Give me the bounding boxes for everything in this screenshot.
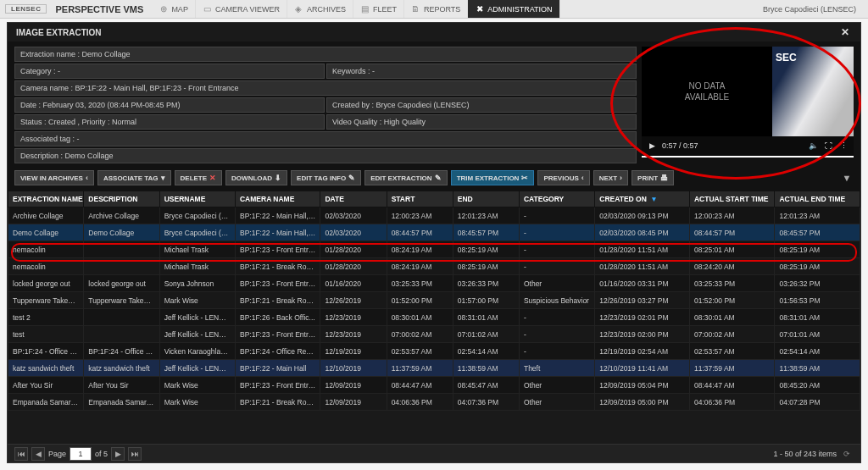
video-progress[interactable]: [642, 156, 854, 158]
table-cell: Bryce Capodieci (LEN...: [159, 207, 235, 224]
table-cell: 12/23/2019: [320, 309, 387, 326]
close-icon[interactable]: ✕: [838, 25, 852, 39]
table-row[interactable]: nemacolinMichael TraskBP:1F:21 - Break R…: [8, 258, 860, 275]
table-cell: 11:37:59 AM: [387, 360, 453, 377]
column-header[interactable]: ACTUAL START TIME: [689, 191, 774, 207]
table-cell: 01:57:00 PM: [453, 292, 519, 309]
video-area[interactable]: NO DATAAVAILABLE SEC: [642, 47, 854, 136]
table-cell: 04:06:36 PM: [387, 394, 453, 411]
trim-extraction-button[interactable]: TRIM EXTRACTION✂: [451, 170, 535, 185]
table-cell: Empanada Samaritan: [84, 394, 159, 411]
page-input[interactable]: [70, 447, 92, 461]
fullscreen-icon[interactable]: ⛶: [823, 141, 833, 151]
table-row[interactable]: Demo CollageDemo CollageBryce Capodieci …: [8, 224, 860, 241]
table-cell: 11:37:59 AM: [689, 360, 774, 377]
table-cell: 08:45:47 AM: [453, 377, 519, 394]
column-header[interactable]: USERNAME: [159, 191, 235, 207]
table-cell: Empanada Samaritan: [8, 394, 84, 411]
field-keywords: Keywords : -: [326, 64, 637, 79]
table-cell: 08:25:19 AM: [775, 258, 860, 275]
refresh-icon[interactable]: ⟳: [840, 447, 854, 461]
table-cell: katz sandwich theft: [84, 360, 159, 377]
edit-extraction-button[interactable]: EDIT EXTRACTION✎: [364, 170, 447, 185]
table-row[interactable]: BP:1F:24 - Office Rear...BP:1F:24 - Offi…: [8, 343, 860, 360]
volume-icon[interactable]: 🔈: [808, 141, 818, 151]
nav-tab-administration[interactable]: ✖ADMINISTRATION: [468, 0, 559, 18]
view-in-archives-button[interactable]: VIEW IN ARCHIVES‹: [14, 170, 94, 185]
table-cell: BP:1F:24 - Office Rear...: [8, 343, 84, 360]
column-header[interactable]: DESCRIPTION: [84, 191, 159, 207]
table-cell: 08:25:19 AM: [453, 258, 519, 275]
table-cell: Michael Trask: [159, 258, 235, 275]
table-row[interactable]: katz sandwich theftkatz sandwich theftJe…: [8, 360, 860, 377]
column-header[interactable]: END: [453, 191, 519, 207]
table-cell: 12/23/2019 02:00 PM: [595, 326, 690, 343]
table-cell: 08:24:20 AM: [689, 258, 774, 275]
table-cell: test 2: [8, 309, 84, 326]
table-row[interactable]: Empanada SamaritanEmpanada SamaritanMark…: [8, 394, 860, 411]
next-page-button[interactable]: ▶: [111, 447, 125, 461]
table-cell: BP:1F:23 - Front Entra...: [235, 241, 320, 258]
image-extraction-window: IMAGE EXTRACTION ✕ Extraction name : Dem…: [7, 22, 861, 463]
table-cell: 08:45:57 PM: [775, 224, 860, 241]
table-row[interactable]: testJeff Kellick - LENSECBP:1F:23 - Fron…: [8, 326, 860, 343]
field-status: Status : Created , Priority : Normal: [14, 114, 325, 130]
table-cell: 08:44:47 AM: [387, 377, 453, 394]
video-controls: ▶ 0:57 / 0:57 🔈 ⛶ ⋮: [642, 136, 854, 155]
results-table: EXTRACTION NAMEDESCRIPTIONUSERNAMECAMERA…: [8, 191, 860, 411]
table-cell: 01:52:00 PM: [387, 292, 453, 309]
table-cell: Other: [519, 275, 594, 292]
table-row[interactable]: After You SirAfter You SirMark WiseBP:1F…: [8, 377, 860, 394]
table-cell: 08:44:57 PM: [689, 224, 774, 241]
download-button[interactable]: DOWNLOAD⬇: [225, 170, 287, 185]
nav-tab-camera-viewer[interactable]: ▭CAMERA VIEWER: [196, 0, 287, 18]
last-page-button[interactable]: ⏭: [128, 447, 142, 461]
column-header[interactable]: CREATED ON ▼: [595, 191, 690, 207]
table-cell: 03:26:32 PM: [775, 275, 860, 292]
table-cell: 12:01:23 AM: [775, 207, 860, 224]
table-row[interactable]: locked george outlocked george outSonya …: [8, 275, 860, 292]
edit-tag-info-button[interactable]: EDIT TAG INFO✎: [291, 170, 361, 185]
nav-tab-map[interactable]: ⊕MAP: [152, 0, 196, 18]
previous-button[interactable]: PREVIOUS‹: [537, 170, 589, 185]
page-of: of 5: [95, 450, 108, 458]
first-page-button[interactable]: ⏮: [14, 447, 28, 461]
play-icon[interactable]: ▶: [647, 141, 657, 151]
column-header[interactable]: EXTRACTION NAME: [8, 191, 84, 207]
column-header[interactable]: DATE: [320, 191, 387, 207]
nav-tab-reports[interactable]: 🗎REPORTS: [404, 0, 468, 18]
associate-tag-button[interactable]: ASSOCIATE TAG▾: [97, 170, 171, 185]
table-cell: BP:1F:23 - Front Entra...: [235, 326, 320, 343]
table-row[interactable]: test 2Jeff Kellick - LENSECBP:1F:26 - Ba…: [8, 309, 860, 326]
table-cell: Demo Collage: [8, 224, 84, 241]
prev-page-button[interactable]: ◀: [31, 447, 45, 461]
delete-button[interactable]: DELETE✕: [175, 170, 223, 185]
column-header[interactable]: CATEGORY: [519, 191, 594, 207]
filter-icon[interactable]: ▼: [840, 171, 854, 185]
nav-tab-fleet[interactable]: ▤FLEET: [353, 0, 404, 18]
nav-tab-archives[interactable]: ◈ARCHIVES: [287, 0, 353, 18]
table-cell: After You Sir: [84, 377, 159, 394]
table-row[interactable]: Archive CollageArchive CollageBryce Capo…: [8, 207, 860, 224]
table-cell: 12/19/2019: [320, 343, 387, 360]
pencil-icon: ✎: [435, 174, 442, 182]
more-icon[interactable]: ⋮: [838, 141, 849, 151]
table-cell: Tupperware Takedown: [84, 292, 159, 309]
next-button[interactable]: NEXT›: [593, 170, 628, 185]
table-cell: 12:00:23 AM: [689, 207, 774, 224]
table-cell: Tupperware Takedown: [8, 292, 84, 309]
column-header[interactable]: ACTUAL END TIME: [775, 191, 860, 207]
table-cell: Michael Trask: [159, 241, 235, 258]
table-cell: -: [519, 343, 594, 360]
column-header[interactable]: START: [387, 191, 453, 207]
top-navbar: LENSEC PERSPECTIVE VMS ⊕MAP▭CAMERA VIEWE…: [0, 0, 868, 19]
column-header[interactable]: CAMERA NAME: [235, 191, 320, 207]
table-cell: 12/09/2019: [320, 394, 387, 411]
table-cell: 07:01:01 AM: [775, 326, 860, 343]
table-row[interactable]: Tupperware TakedownTupperware TakedownMa…: [8, 292, 860, 309]
table-cell: 12/19/2019 02:54 AM: [595, 343, 690, 360]
table-cell: -: [519, 326, 594, 343]
table-cell: 01/16/2020 03:31 PM: [595, 275, 690, 292]
table-row[interactable]: nemacolinMichael TraskBP:1F:23 - Front E…: [8, 241, 860, 258]
print-button[interactable]: PRINT🖶: [632, 170, 674, 185]
